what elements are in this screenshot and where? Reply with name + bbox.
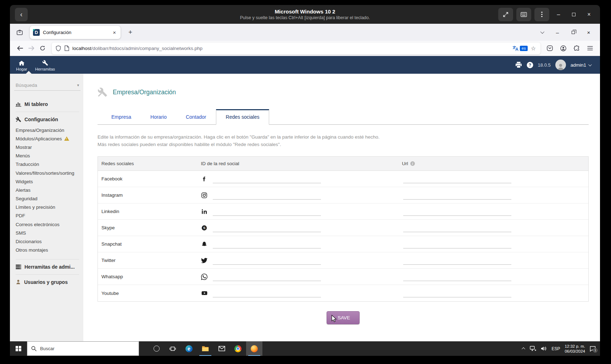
extensions-button[interactable] bbox=[571, 43, 582, 54]
new-tab-button[interactable]: + bbox=[126, 28, 135, 37]
menu-button[interactable] bbox=[584, 43, 596, 54]
user-menu[interactable]: admin1 bbox=[571, 62, 591, 68]
description-line1: Edite la información de su empresa/organ… bbox=[98, 133, 589, 141]
page-info-icon[interactable] bbox=[64, 45, 69, 51]
sidebar-item-company[interactable]: Empresa/Organización bbox=[14, 126, 80, 134]
translate-icon[interactable] bbox=[512, 46, 518, 51]
account-button[interactable] bbox=[557, 43, 569, 54]
volume-tray-button[interactable] bbox=[541, 346, 547, 351]
sidebar-item-alerts[interactable]: Alertas bbox=[14, 186, 80, 194]
time-label: 12:32 p. m. bbox=[565, 344, 585, 349]
keyboard-button[interactable] bbox=[516, 8, 531, 21]
sidebar-search-select[interactable]: Búsqueda ▾ bbox=[14, 81, 80, 91]
sidebar-item-defaults[interactable]: Valores/filtros/sortes/sorting bbox=[14, 169, 80, 177]
tab-redes-sociales[interactable]: Redes sociales bbox=[216, 109, 270, 125]
tab-empresa[interactable]: Empresa bbox=[102, 110, 141, 124]
firefox-view-button[interactable] bbox=[13, 26, 26, 38]
date-label: 06/03/2024 bbox=[565, 349, 585, 354]
reload-button[interactable] bbox=[37, 43, 48, 54]
sidebar-section-users[interactable]: Usuarios y grupos bbox=[16, 279, 80, 285]
browser-tab[interactable]: D Configuración × bbox=[30, 26, 121, 39]
sidebar-item-menus[interactable]: Menús bbox=[14, 152, 80, 160]
pocket-button[interactable] bbox=[544, 43, 555, 54]
instagram-icon bbox=[201, 192, 207, 198]
firefox-button[interactable] bbox=[246, 341, 262, 356]
sidebar-item-pdf[interactable]: PDF bbox=[14, 212, 80, 220]
social-url-input[interactable] bbox=[403, 240, 511, 248]
sidebar-item-other[interactable]: Otros montajes bbox=[14, 246, 80, 254]
sidebar-item-dashboard[interactable]: Mi tablero bbox=[16, 101, 80, 107]
fullscreen-button[interactable] bbox=[498, 8, 513, 21]
network-tray-button[interactable] bbox=[530, 346, 536, 351]
sidebar-item-emails[interactable]: Correos electrónicos bbox=[14, 220, 80, 229]
shield-icon[interactable] bbox=[56, 45, 61, 51]
avatar[interactable] bbox=[555, 60, 566, 70]
tab-close-button[interactable]: × bbox=[111, 29, 117, 36]
viewer-back-button[interactable]: ‹ bbox=[15, 8, 28, 21]
table-row: Youtube bbox=[98, 285, 588, 301]
sidebar-section-config[interactable]: Configuración bbox=[16, 117, 80, 122]
taskbar-search[interactable]: Buscar bbox=[27, 341, 139, 356]
tab-horario[interactable]: Horario bbox=[141, 110, 176, 124]
browser-restore-button[interactable] bbox=[565, 26, 581, 39]
print-button[interactable] bbox=[515, 62, 522, 68]
taskbar-clock[interactable]: 12:32 p. m. 06/03/2024 bbox=[565, 344, 585, 354]
viewer-close-button[interactable]: × bbox=[583, 9, 595, 21]
language-indicator[interactable]: ESP bbox=[551, 346, 560, 351]
mail-button[interactable] bbox=[213, 341, 230, 356]
sidebar-item-display[interactable]: Mostrar bbox=[14, 143, 80, 151]
save-button[interactable]: SAVE bbox=[327, 311, 360, 324]
list-tabs-button[interactable] bbox=[534, 26, 550, 39]
edge-icon: e bbox=[185, 345, 193, 352]
social-id-input[interactable] bbox=[213, 207, 321, 216]
tray-expand-button[interactable] bbox=[522, 347, 526, 351]
nav-back-button[interactable] bbox=[14, 43, 26, 54]
social-id-input[interactable] bbox=[213, 224, 321, 232]
file-explorer-button[interactable] bbox=[197, 341, 213, 356]
social-url-input[interactable] bbox=[403, 175, 511, 183]
social-id-input[interactable] bbox=[213, 175, 321, 183]
social-label: Facebook bbox=[98, 176, 201, 181]
task-view-button[interactable] bbox=[165, 341, 181, 356]
table-row: Instagram bbox=[98, 187, 588, 203]
viewer-menu-button[interactable] bbox=[534, 8, 549, 21]
bookmark-star-button[interactable]: ☆ bbox=[530, 45, 537, 52]
social-url-input[interactable] bbox=[403, 224, 511, 232]
sidebar-item-modules[interactable]: Módulos/Aplicaciones bbox=[14, 134, 80, 143]
sidebar-item-limits[interactable]: Límites y precisión bbox=[14, 203, 80, 212]
account-icon bbox=[560, 45, 566, 51]
sidebar-item-sms[interactable]: SMS bbox=[14, 229, 80, 237]
viewer-maximize-button[interactable] bbox=[568, 9, 580, 21]
cortana-button[interactable] bbox=[148, 341, 165, 356]
sidebar-item-translation[interactable]: Traducción bbox=[14, 160, 80, 169]
edge-button[interactable]: e bbox=[181, 341, 197, 356]
browser-close-button[interactable]: × bbox=[581, 26, 596, 39]
social-url-input[interactable] bbox=[403, 256, 511, 265]
help-button[interactable]: ? bbox=[527, 62, 533, 68]
social-id-input[interactable] bbox=[213, 289, 321, 297]
social-id-input[interactable] bbox=[213, 273, 321, 281]
action-center-button[interactable]: 1 bbox=[590, 346, 596, 352]
viewer-minimize-button[interactable]: – bbox=[552, 9, 565, 21]
social-url-input[interactable] bbox=[403, 289, 511, 297]
social-url-input[interactable] bbox=[403, 191, 511, 200]
table-row: Linkedin bbox=[98, 203, 588, 220]
tab-contador[interactable]: Contador bbox=[176, 110, 216, 124]
sidebar-item-security[interactable]: Seguridad bbox=[14, 195, 80, 203]
sidebar-item-widgets[interactable]: Widgets bbox=[14, 177, 80, 186]
nav-forward-button[interactable] bbox=[26, 43, 37, 54]
topnav-item-tools[interactable]: Herramitas bbox=[33, 56, 57, 74]
chrome-button[interactable] bbox=[230, 341, 246, 356]
browser-minimize-button[interactable]: – bbox=[550, 26, 565, 39]
url-text[interactable]: localhost/dolibarr/htdocs/admin/company_… bbox=[72, 46, 512, 51]
translate-lang-badge[interactable]: es bbox=[520, 46, 528, 51]
social-url-input[interactable] bbox=[403, 273, 511, 281]
address-bar[interactable]: localhost/dolibarr/htdocs/admin/company_… bbox=[52, 43, 540, 54]
sidebar-item-dictionaries[interactable]: Diccionarios bbox=[14, 237, 80, 246]
social-url-input[interactable] bbox=[403, 207, 511, 216]
sidebar-section-admin-tools[interactable]: Herramitas de admi... bbox=[16, 264, 80, 270]
social-id-input[interactable] bbox=[213, 191, 321, 200]
start-button[interactable] bbox=[10, 341, 27, 356]
social-id-input[interactable] bbox=[213, 240, 321, 248]
social-id-input[interactable] bbox=[213, 256, 321, 265]
